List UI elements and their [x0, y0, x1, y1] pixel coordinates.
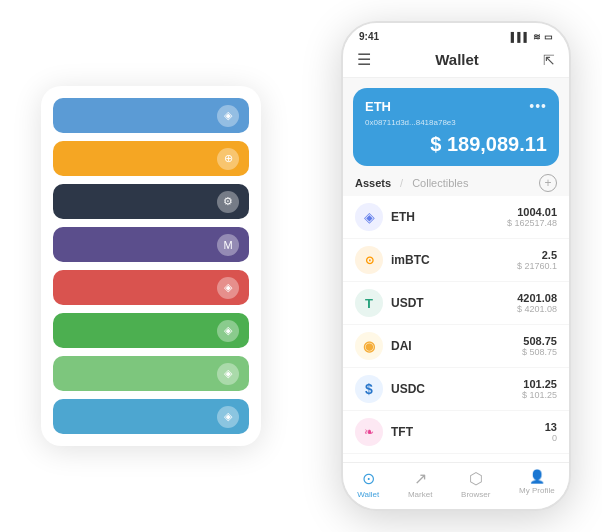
usdt-values: 4201.08 $ 4201.08 — [517, 292, 557, 314]
bg-row-icon-7: ◈ — [217, 363, 239, 385]
wifi-icon: ≋ — [533, 32, 541, 42]
asset-row-imbtc[interactable]: ⊙ imBTC 2.5 $ 21760.1 — [343, 239, 569, 282]
bg-row-icon-6: ◈ — [217, 320, 239, 342]
asset-row-dai[interactable]: ◉ DAI 508.75 $ 508.75 — [343, 325, 569, 368]
bg-row-3: ⚙ — [53, 184, 249, 219]
menu-icon[interactable]: ☰ — [357, 50, 371, 69]
dai-amount: 508.75 — [522, 335, 557, 347]
phone-footer: ⊙ Wallet ↗ Market ⬡ Browser 👤 My Profile — [343, 462, 569, 509]
status-time: 9:41 — [359, 31, 379, 42]
imbtc-amount: 2.5 — [517, 249, 557, 261]
assets-header: Assets / Collectibles + — [343, 166, 569, 196]
expand-icon[interactable]: ⇱ — [543, 52, 555, 68]
signal-icon: ▌▌▌ — [511, 32, 530, 42]
bg-row-icon-1: ◈ — [217, 105, 239, 127]
dai-values: 508.75 $ 508.75 — [522, 335, 557, 357]
assets-list: ◈ ETH 1004.01 $ 162517.48 ⊙ imBTC 2.5 $ … — [343, 196, 569, 462]
wallet-address: 0x08711d3d...8418a78e3 — [365, 118, 547, 127]
profile-footer-icon: 👤 — [529, 469, 545, 484]
phone-content: ETH ••• 0x08711d3d...8418a78e3 $ 189,089… — [343, 78, 569, 462]
browser-footer-icon: ⬡ — [469, 469, 483, 488]
phone-header: ☰ Wallet ⇱ — [343, 44, 569, 78]
tab-collectibles[interactable]: Collectibles — [412, 177, 468, 189]
usdt-name: USDT — [391, 296, 517, 310]
footer-wallet[interactable]: ⊙ Wallet — [357, 469, 379, 499]
page-title: Wallet — [435, 51, 479, 68]
wallet-more-icon[interactable]: ••• — [529, 98, 547, 114]
usdc-amount: 101.25 — [522, 378, 557, 390]
wallet-footer-label: Wallet — [357, 490, 379, 499]
battery-icon: ▭ — [544, 32, 553, 42]
bg-row-icon-5: ◈ — [217, 277, 239, 299]
wallet-footer-icon: ⊙ — [362, 469, 375, 488]
usdt-usd: $ 4201.08 — [517, 304, 557, 314]
bg-row-5: ◈ — [53, 270, 249, 305]
footer-browser[interactable]: ⬡ Browser — [461, 469, 490, 499]
wallet-card-header: ETH ••• — [365, 98, 547, 114]
imbtc-name: imBTC — [391, 253, 517, 267]
bg-row-4: M — [53, 227, 249, 262]
wallet-amount: $ 189,089.11 — [365, 133, 547, 156]
eth-name: ETH — [391, 210, 507, 224]
profile-footer-label: My Profile — [519, 486, 555, 495]
bg-card: ◈ ⊕ ⚙ M ◈ ◈ ◈ ◈ — [41, 86, 261, 446]
eth-values: 1004.01 $ 162517.48 — [507, 206, 557, 228]
bg-row-6: ◈ — [53, 313, 249, 348]
usdc-usd: $ 101.25 — [522, 390, 557, 400]
tft-usd: 0 — [545, 433, 557, 443]
add-asset-button[interactable]: + — [539, 174, 557, 192]
footer-market[interactable]: ↗ Market — [408, 469, 432, 499]
bg-row-icon-4: M — [217, 234, 239, 256]
tft-values: 13 0 — [545, 421, 557, 443]
asset-row-usdc[interactable]: $ USDC 101.25 $ 101.25 — [343, 368, 569, 411]
tft-icon: ❧ — [355, 418, 383, 446]
imbtc-icon: ⊙ — [355, 246, 383, 274]
usdt-icon: T — [355, 289, 383, 317]
eth-icon: ◈ — [355, 203, 383, 231]
bg-row-8: ◈ — [53, 399, 249, 434]
footer-profile[interactable]: 👤 My Profile — [519, 469, 555, 499]
wallet-card: ETH ••• 0x08711d3d...8418a78e3 $ 189,089… — [353, 88, 559, 166]
tft-amount: 13 — [545, 421, 557, 433]
imbtc-values: 2.5 $ 21760.1 — [517, 249, 557, 271]
assets-tabs: Assets / Collectibles — [355, 177, 468, 189]
status-icons: ▌▌▌ ≋ ▭ — [511, 32, 553, 42]
status-bar: 9:41 ▌▌▌ ≋ ▭ — [343, 23, 569, 44]
bg-row-1: ◈ — [53, 98, 249, 133]
bg-row-icon-3: ⚙ — [217, 191, 239, 213]
usdc-icon: $ — [355, 375, 383, 403]
dai-name: DAI — [391, 339, 522, 353]
asset-row-tft[interactable]: ❧ TFT 13 0 — [343, 411, 569, 454]
market-footer-label: Market — [408, 490, 432, 499]
asset-row-usdt[interactable]: T USDT 4201.08 $ 4201.08 — [343, 282, 569, 325]
dai-usd: $ 508.75 — [522, 347, 557, 357]
asset-row-eth[interactable]: ◈ ETH 1004.01 $ 162517.48 — [343, 196, 569, 239]
tab-assets[interactable]: Assets — [355, 177, 391, 189]
eth-usd: $ 162517.48 — [507, 218, 557, 228]
wallet-token-name: ETH — [365, 99, 391, 114]
bg-row-7: ◈ — [53, 356, 249, 391]
phone-frame: 9:41 ▌▌▌ ≋ ▭ ☰ Wallet ⇱ ETH ••• 0x08711d… — [341, 21, 571, 511]
tab-divider: / — [400, 177, 403, 189]
bg-row-2: ⊕ — [53, 141, 249, 176]
imbtc-usd: $ 21760.1 — [517, 261, 557, 271]
usdc-values: 101.25 $ 101.25 — [522, 378, 557, 400]
usdt-amount: 4201.08 — [517, 292, 557, 304]
tft-name: TFT — [391, 425, 545, 439]
dai-icon: ◉ — [355, 332, 383, 360]
bg-row-icon-8: ◈ — [217, 406, 239, 428]
scene: ◈ ⊕ ⚙ M ◈ ◈ ◈ ◈ 9:41 ▌▌▌ ≋ — [11, 11, 591, 521]
eth-amount: 1004.01 — [507, 206, 557, 218]
browser-footer-label: Browser — [461, 490, 490, 499]
bg-row-icon-2: ⊕ — [217, 148, 239, 170]
market-footer-icon: ↗ — [414, 469, 427, 488]
usdc-name: USDC — [391, 382, 522, 396]
